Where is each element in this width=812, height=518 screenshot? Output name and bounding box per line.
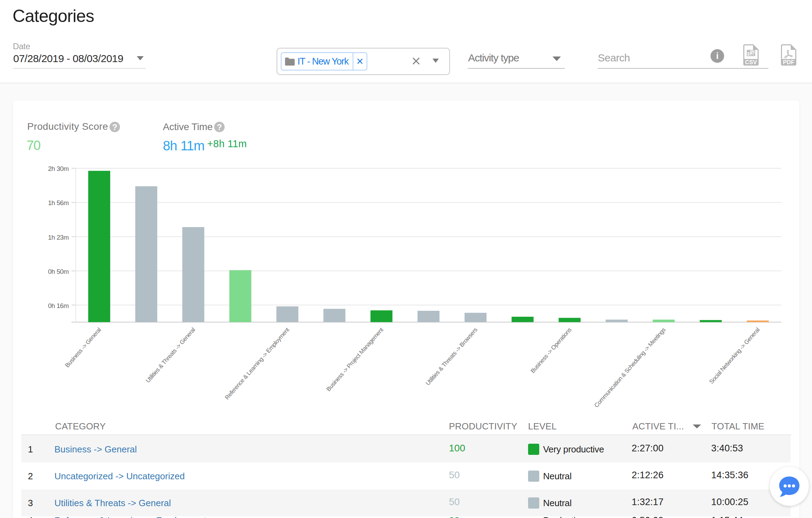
svg-text:Social Networking -> General: Social Networking -> General xyxy=(708,326,761,385)
svg-text:Communication & Scheduling ->: Communication & Scheduling -> Meetings xyxy=(593,326,667,409)
svg-text:0h 16m: 0h 16m xyxy=(48,302,69,309)
svg-text:PDF: PDF xyxy=(783,59,795,65)
svg-text:Business -> General: Business -> General xyxy=(64,326,102,369)
svg-text:Business -> Project Management: Business -> Project Management xyxy=(325,326,385,392)
svg-text:0h 50m: 0h 50m xyxy=(48,268,69,275)
svg-text:Business -> Operations: Business -> Operations xyxy=(529,326,573,374)
svg-text:1h 23m: 1h 23m xyxy=(48,234,69,241)
svg-text:2h 30m: 2h 30m xyxy=(48,165,69,172)
svg-text:1h 56m: 1h 56m xyxy=(48,199,69,207)
svg-text:Utilities & Threats -> General: Utilities & Threats -> General xyxy=(144,326,196,384)
svg-text:CSV: CSV xyxy=(745,59,757,65)
svg-text:Reference & Learning -> Employ: Reference & Learning -> Employment xyxy=(224,326,291,401)
svg-text:Utilities & Threats -> Browser: Utilities & Threats -> Browsers xyxy=(424,326,479,386)
